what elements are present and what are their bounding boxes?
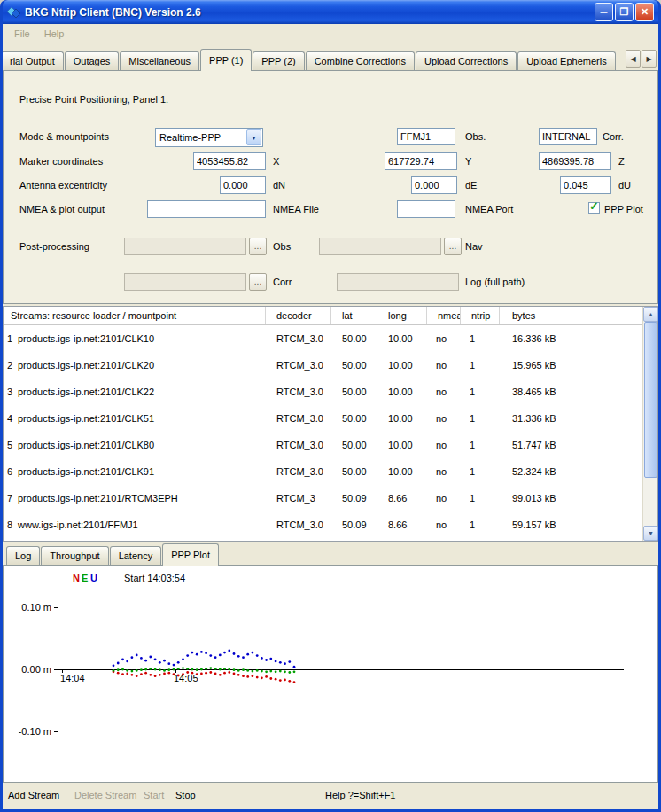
du-field[interactable] [560, 176, 611, 194]
stop-button[interactable]: Stop [175, 790, 196, 800]
y-label: Y [465, 156, 471, 167]
cell-lat: 50.00 [331, 379, 377, 405]
start-button: Start [144, 790, 164, 800]
main-tab-ppp-2-[interactable]: PPP (2) [253, 51, 304, 70]
add-stream-button[interactable]: Add Stream [8, 790, 59, 800]
streams-scrollbar[interactable]: ▲ ▼ [642, 307, 657, 541]
nav-file-label: Nav [465, 241, 483, 252]
cell-num: 5 [4, 432, 16, 458]
statusbar: Add Stream Delete Stream Start Stop Help… [3, 786, 658, 807]
mode-label: Mode & mountpoints [19, 131, 109, 142]
ppp-plot-label: PPP Plot [604, 204, 643, 215]
cell-bytes: 52.324 kB [500, 458, 642, 485]
cell-long: 10.00 [377, 405, 427, 432]
cell-num: 1 [4, 325, 16, 352]
scrollbar-thumb[interactable] [644, 322, 657, 478]
stream-row[interactable]: 6products.igs-ip.net:2101/CLK91RTCM_3.05… [4, 458, 642, 485]
post-processing-label: Post-processing [19, 241, 89, 252]
main-tab-upload-corrections[interactable]: Upload Corrections [416, 51, 517, 70]
cell-nmea: no [427, 325, 461, 352]
ppp-panel: Precise Point Positioning, Panel 1. Mode… [3, 70, 658, 304]
column-header-5: ntrip [461, 307, 500, 324]
cell-long: 10.00 [377, 379, 427, 405]
cell-long: 10.00 [377, 325, 427, 352]
marker-x-field[interactable] [193, 152, 266, 170]
obs-browse-button: ... [249, 238, 267, 255]
main-tab-rial-output[interactable]: rial Output [3, 51, 64, 70]
cell-dec: RTCM_3 [266, 485, 331, 511]
plot-tab-throughput[interactable]: Throughput [41, 546, 108, 565]
cell-lat: 50.00 [331, 405, 377, 432]
menubar: File Help [3, 24, 658, 43]
column-header-6: bytes [500, 307, 642, 324]
menu-help[interactable]: Help [38, 27, 71, 41]
log-file-field [337, 273, 459, 291]
svg-text:14:04: 14:04 [60, 673, 85, 683]
svg-text:Start 14:03:54: Start 14:03:54 [124, 573, 185, 583]
tab-scroll-left-icon: ◀ [630, 55, 635, 63]
nmea-file-label: NMEA File [273, 204, 319, 215]
plot-tab-log[interactable]: Log [6, 546, 40, 565]
titlebar: BKG Ntrip Client (BNC) Version 2.6 ─ ❐ ✕ [3, 0, 658, 24]
dn-field[interactable] [220, 176, 266, 194]
cell-nmea: no [427, 458, 461, 485]
cell-long: 10.00 [377, 432, 427, 458]
obs-mountpoint-field[interactable] [397, 128, 455, 145]
marker-y-field[interactable] [385, 152, 457, 170]
corr-file-field [124, 273, 246, 291]
corr-label: Corr. [603, 131, 624, 142]
main-tab-miscellaneous[interactable]: Miscellaneous [120, 51, 199, 70]
corr-mountpoint-field[interactable] [539, 128, 597, 145]
main-tab-list: rial OutputOutagesMiscellaneousPPP (1)PP… [3, 49, 617, 70]
nmea-file-field[interactable] [147, 200, 266, 218]
plot-tab-ppp-plot[interactable]: PPP Plot [162, 543, 219, 566]
ppp-plot-checkbox[interactable]: ✓ [588, 202, 600, 214]
mode-dropdown[interactable]: Realtime-PPP ▼ [155, 128, 263, 147]
main-tab-ppp-1-[interactable]: PPP (1) [200, 49, 252, 71]
maximize-button[interactable]: ❐ [615, 3, 634, 21]
column-header-4: nmea [427, 307, 461, 324]
minimize-button[interactable]: ─ [595, 3, 613, 21]
cell-lat: 50.00 [331, 352, 377, 379]
scroll-up-button[interactable]: ▲ [643, 307, 658, 322]
cell-mp: products.igs-ip.net:2101/CLK10 [16, 325, 266, 352]
cell-mp: products.igs-ip.net:2101/RTCM3EPH [16, 485, 266, 511]
stream-row[interactable]: 2products.igs-ip.net:2101/CLK20RTCM_3.05… [4, 352, 642, 379]
nmea-port-field[interactable] [397, 200, 455, 218]
svg-text:14:05: 14:05 [174, 673, 198, 683]
tab-scroll-right-button[interactable]: ▶ [642, 50, 657, 68]
cell-bytes: 59.157 kB [500, 511, 642, 538]
plot-tab-latency[interactable]: Latency [110, 546, 162, 565]
menu-file[interactable]: File [8, 27, 36, 41]
scroll-down-button[interactable]: ▼ [643, 526, 658, 541]
main-tab-upload-ephemeris[interactable]: Upload Ephemeris [517, 51, 616, 70]
stream-row[interactable]: 3products.igs-ip.net:2101/CLK22RTCM_3.05… [4, 379, 642, 405]
cell-dec: RTCM_3.0 [266, 458, 331, 485]
cell-ntrip: 1 [461, 379, 500, 405]
cell-long: 8.66 [377, 511, 427, 538]
close-button[interactable]: ✕ [635, 3, 654, 21]
tab-scroll-left-button[interactable]: ◀ [626, 50, 641, 68]
cell-mp: products.igs-ip.net:2101/CLK51 [16, 405, 266, 432]
corr-browse-button: ... [249, 273, 267, 291]
cell-dec: RTCM_3.0 [266, 352, 331, 379]
antenna-excentricity-label: Antenna excentricity [19, 180, 107, 191]
main-tab-outages[interactable]: Outages [65, 51, 120, 70]
dn-label: dN [273, 180, 285, 191]
streams-header: Streams: resource loader / mountpointdec… [4, 307, 642, 325]
de-field[interactable] [411, 176, 457, 194]
main-tab-combine-corrections[interactable]: Combine Corrections [306, 51, 415, 70]
stream-row[interactable]: 1products.igs-ip.net:2101/CLK10RTCM_3.05… [4, 325, 642, 352]
cell-bytes: 51.747 kB [500, 432, 642, 458]
stream-row[interactable]: 5products.igs-ip.net:2101/CLK80RTCM_3.05… [4, 432, 642, 458]
cell-nmea: no [427, 379, 461, 405]
delete-stream-button: Delete Stream [74, 790, 136, 800]
ppp-plot-page: NEUStart 14:03:540.10 m0.00 m-0.10 m14:0… [3, 565, 658, 783]
z-label: Z [618, 156, 625, 167]
cell-dec: RTCM_3.0 [266, 379, 331, 405]
stream-row[interactable]: 4products.igs-ip.net:2101/CLK51RTCM_3.05… [4, 405, 642, 432]
stream-row[interactable]: 8www.igs-ip.net:2101/FFMJ1RTCM_3.050.098… [4, 511, 642, 538]
stream-row[interactable]: 7products.igs-ip.net:2101/RTCM3EPHRTCM_3… [4, 485, 642, 511]
marker-z-field[interactable] [539, 152, 611, 170]
cell-long: 8.66 [377, 485, 427, 511]
